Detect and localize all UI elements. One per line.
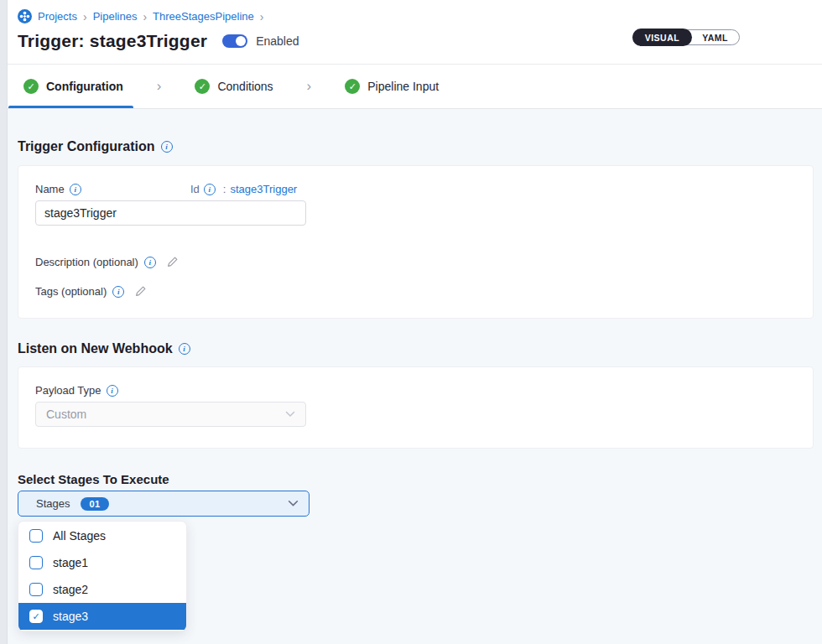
- description-label: Description (optional): [35, 256, 138, 268]
- wizard-tabbar: Configuration Conditions Pipeline Input: [0, 65, 822, 109]
- breadcrumb-pipelines[interactable]: Pipelines: [93, 10, 138, 23]
- payload-type-value: Custom: [46, 408, 86, 421]
- info-icon[interactable]: [204, 184, 216, 195]
- info-icon[interactable]: [70, 184, 81, 195]
- info-icon[interactable]: [144, 257, 156, 268]
- id-group: Id : stage3Trigger: [190, 183, 297, 195]
- tab-pipeline-input[interactable]: Pipeline Input: [345, 65, 439, 108]
- option-label: All Stages: [53, 529, 106, 543]
- chevron-right-icon: [157, 78, 162, 95]
- option-all-stages[interactable]: All Stages: [18, 522, 186, 549]
- checkbox-checked[interactable]: [29, 610, 43, 623]
- check-circle-icon: [23, 79, 39, 94]
- id-colon: :: [223, 183, 226, 195]
- stages-multiselect[interactable]: Stages 01: [18, 491, 310, 517]
- tags-label: Tags (optional): [35, 285, 107, 298]
- webhook-heading: Listen on New Webhook: [18, 341, 814, 356]
- name-label-text: Name: [35, 183, 65, 195]
- option-stage1[interactable]: stage1: [18, 549, 186, 576]
- section-title: Select Stages To Execute: [18, 472, 169, 486]
- option-label: stage2: [53, 583, 88, 596]
- info-icon[interactable]: [107, 385, 118, 397]
- tab-conditions[interactable]: Conditions: [195, 65, 273, 108]
- chevron-right-icon: [83, 11, 87, 23]
- chevron-down-icon: [285, 411, 295, 418]
- trigger-configuration-card: Name Id : stage3Trigger Description (opt…: [18, 165, 814, 319]
- trigger-id-value[interactable]: stage3Trigger: [230, 183, 297, 195]
- enabled-toggle[interactable]: [222, 34, 247, 48]
- tab-label: Conditions: [217, 80, 273, 93]
- project-icon: [18, 9, 32, 23]
- payload-type-label: Payload Type: [35, 384, 796, 397]
- stages-select-label: Stages: [36, 497, 70, 510]
- option-stage2[interactable]: stage2: [18, 576, 186, 603]
- check-circle-icon: [195, 79, 210, 94]
- chevron-right-icon: [143, 11, 147, 23]
- visual-tab[interactable]: VISUAL: [632, 29, 693, 46]
- check-circle-icon: [345, 79, 360, 94]
- option-label: stage3: [53, 610, 88, 623]
- name-label: Name: [35, 183, 190, 195]
- collapsed-sidebar-edge: [0, 0, 8, 644]
- breadcrumb-projects[interactable]: Projects: [38, 10, 77, 23]
- option-label: stage1: [53, 556, 88, 569]
- payload-type-select[interactable]: Custom: [35, 402, 306, 427]
- info-icon[interactable]: [179, 343, 190, 355]
- tab-configuration[interactable]: Configuration: [23, 65, 123, 108]
- trigger-configuration-heading: Trigger Configuration: [18, 139, 814, 154]
- name-id-row: Name Id : stage3Trigger: [35, 183, 796, 195]
- tags-field: Tags (optional): [35, 285, 796, 301]
- chevron-right-icon: [307, 78, 312, 95]
- info-icon[interactable]: [112, 286, 124, 298]
- visual-yaml-toggle: VISUAL YAML: [632, 29, 740, 45]
- yaml-tab[interactable]: YAML: [691, 29, 739, 45]
- page-title: Trigger: stage3Trigger: [18, 31, 207, 51]
- breadcrumb-pipeline-name[interactable]: ThreeStagesPipeline: [153, 10, 254, 23]
- tab-label: Pipeline Input: [367, 80, 439, 93]
- page-header: Projects Pipelines ThreeStagesPipeline T…: [0, 0, 822, 65]
- edit-description-icon[interactable]: [166, 256, 179, 268]
- tab-label: Configuration: [46, 80, 123, 93]
- description-field: Description (optional): [35, 256, 796, 268]
- id-label: Id: [190, 183, 200, 195]
- section-title: Listen on New Webhook: [18, 341, 173, 356]
- section-title: Trigger Configuration: [18, 139, 155, 154]
- option-stage3[interactable]: stage3: [18, 603, 186, 630]
- chevron-right-icon: [260, 11, 264, 23]
- edit-tags-icon[interactable]: [134, 285, 147, 298]
- info-icon[interactable]: [161, 141, 173, 153]
- webhook-card: Payload Type Custom: [18, 366, 814, 449]
- name-label-group: Name: [35, 183, 190, 195]
- checkbox-unchecked[interactable]: [29, 529, 43, 543]
- enabled-label: Enabled: [256, 34, 299, 48]
- checkbox-unchecked[interactable]: [29, 583, 43, 596]
- payload-type-label-text: Payload Type: [35, 384, 101, 397]
- stages-dropdown-menu: All Stages stage1 stage2 stage3: [18, 521, 187, 631]
- breadcrumb: Projects Pipelines ThreeStagesPipeline: [18, 9, 805, 23]
- name-input[interactable]: [35, 200, 306, 226]
- chevron-down-icon: [288, 500, 299, 507]
- checkbox-unchecked[interactable]: [29, 556, 43, 569]
- stages-heading: Select Stages To Execute: [18, 472, 814, 486]
- main-content: Trigger Configuration Name Id : stage3Tr…: [0, 139, 822, 631]
- selected-count-badge: 01: [81, 497, 108, 511]
